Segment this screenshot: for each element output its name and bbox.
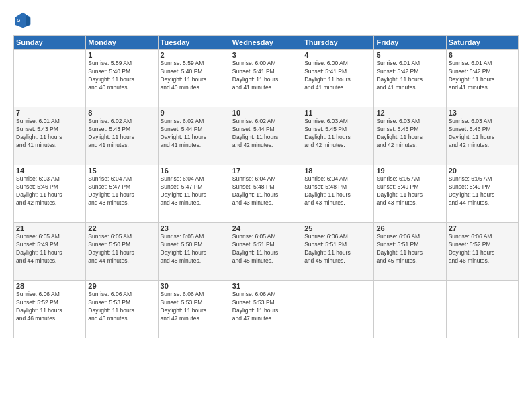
logo-icon: G	[13, 11, 32, 30]
weekday-header: Tuesday	[158, 36, 230, 50]
day-info: Sunrise: 6:06 AM Sunset: 5:53 PM Dayligh…	[161, 291, 228, 323]
day-number: 22	[88, 224, 155, 232]
day-info: Sunrise: 6:03 AM Sunset: 5:46 PM Dayligh…	[449, 118, 516, 150]
day-number: 27	[449, 224, 516, 232]
calendar-day-cell: 6Sunrise: 6:01 AM Sunset: 5:42 PM Daylig…	[446, 50, 518, 107]
day-number: 31	[232, 282, 300, 290]
svg-text:G: G	[17, 18, 21, 23]
day-number: 7	[16, 109, 83, 117]
day-number: 19	[376, 167, 443, 175]
weekday-header: Wednesday	[230, 36, 302, 50]
calendar-day-cell: 31Sunrise: 6:06 AM Sunset: 5:53 PM Dayli…	[230, 281, 302, 338]
calendar-day-cell: 21Sunrise: 6:05 AM Sunset: 5:49 PM Dayli…	[14, 223, 86, 281]
weekday-header: Saturday	[446, 36, 518, 50]
day-info: Sunrise: 5:59 AM Sunset: 5:40 PM Dayligh…	[88, 60, 155, 92]
calendar-day-cell: 13Sunrise: 6:03 AM Sunset: 5:46 PM Dayli…	[446, 107, 518, 165]
day-info: Sunrise: 6:04 AM Sunset: 5:48 PM Dayligh…	[304, 175, 371, 208]
day-info: Sunrise: 6:04 AM Sunset: 5:48 PM Dayligh…	[232, 175, 300, 208]
day-info: Sunrise: 6:05 AM Sunset: 5:50 PM Dayligh…	[161, 233, 228, 265]
weekday-header-row: SundayMondayTuesdayWednesdayThursdayFrid…	[14, 36, 519, 50]
calendar-day-cell: 15Sunrise: 6:04 AM Sunset: 5:47 PM Dayli…	[86, 165, 158, 223]
weekday-header: Friday	[374, 36, 446, 50]
calendar-week-row: 1Sunrise: 5:59 AM Sunset: 5:40 PM Daylig…	[14, 50, 519, 107]
calendar-day-cell: 9Sunrise: 6:02 AM Sunset: 5:44 PM Daylig…	[158, 107, 230, 165]
calendar-day-cell: 19Sunrise: 6:05 AM Sunset: 5:49 PM Dayli…	[374, 165, 446, 223]
day-info: Sunrise: 6:05 AM Sunset: 5:50 PM Dayligh…	[88, 233, 155, 265]
day-number: 13	[449, 109, 516, 117]
calendar-day-cell: 2Sunrise: 5:59 AM Sunset: 5:40 PM Daylig…	[158, 50, 230, 107]
day-info: Sunrise: 6:04 AM Sunset: 5:47 PM Dayligh…	[88, 175, 155, 208]
day-info: Sunrise: 6:06 AM Sunset: 5:51 PM Dayligh…	[376, 233, 443, 265]
day-info: Sunrise: 5:59 AM Sunset: 5:40 PM Dayligh…	[161, 60, 228, 92]
day-number: 15	[88, 167, 155, 175]
day-number: 21	[16, 224, 83, 232]
day-info: Sunrise: 6:03 AM Sunset: 5:45 PM Dayligh…	[304, 118, 371, 150]
day-number: 4	[304, 51, 371, 59]
calendar-day-cell	[374, 281, 446, 338]
day-info: Sunrise: 6:05 AM Sunset: 5:49 PM Dayligh…	[449, 175, 516, 208]
calendar-day-cell: 23Sunrise: 6:05 AM Sunset: 5:50 PM Dayli…	[158, 223, 230, 281]
logo: G	[13, 11, 34, 30]
day-number: 24	[232, 224, 300, 232]
calendar-table: SundayMondayTuesdayWednesdayThursdayFrid…	[13, 35, 519, 338]
calendar-day-cell: 14Sunrise: 6:03 AM Sunset: 5:46 PM Dayli…	[14, 165, 86, 223]
calendar-day-cell: 1Sunrise: 5:59 AM Sunset: 5:40 PM Daylig…	[86, 50, 158, 107]
day-info: Sunrise: 6:05 AM Sunset: 5:49 PM Dayligh…	[376, 175, 443, 208]
calendar-week-row: 7Sunrise: 6:01 AM Sunset: 5:43 PM Daylig…	[14, 107, 519, 165]
calendar-day-cell: 30Sunrise: 6:06 AM Sunset: 5:53 PM Dayli…	[158, 281, 230, 338]
day-info: Sunrise: 6:06 AM Sunset: 5:52 PM Dayligh…	[449, 233, 516, 265]
calendar-day-cell: 26Sunrise: 6:06 AM Sunset: 5:51 PM Dayli…	[374, 223, 446, 281]
day-info: Sunrise: 6:05 AM Sunset: 5:51 PM Dayligh…	[232, 233, 300, 265]
weekday-header: Thursday	[302, 36, 374, 50]
calendar-day-cell: 3Sunrise: 6:00 AM Sunset: 5:41 PM Daylig…	[230, 50, 302, 107]
calendar-day-cell: 22Sunrise: 6:05 AM Sunset: 5:50 PM Dayli…	[86, 223, 158, 281]
day-info: Sunrise: 6:05 AM Sunset: 5:49 PM Dayligh…	[16, 233, 83, 265]
calendar-week-row: 28Sunrise: 6:06 AM Sunset: 5:52 PM Dayli…	[14, 281, 519, 338]
day-number: 17	[232, 167, 300, 175]
calendar-day-cell: 10Sunrise: 6:02 AM Sunset: 5:44 PM Dayli…	[230, 107, 302, 165]
day-number: 8	[88, 109, 155, 117]
day-number: 25	[304, 224, 371, 232]
calendar-day-cell: 16Sunrise: 6:04 AM Sunset: 5:47 PM Dayli…	[158, 165, 230, 223]
calendar-day-cell: 18Sunrise: 6:04 AM Sunset: 5:48 PM Dayli…	[302, 165, 374, 223]
day-info: Sunrise: 6:06 AM Sunset: 5:51 PM Dayligh…	[304, 233, 371, 265]
calendar-day-cell: 11Sunrise: 6:03 AM Sunset: 5:45 PM Dayli…	[302, 107, 374, 165]
header: G	[13, 11, 519, 30]
day-number: 30	[161, 282, 228, 290]
calendar-day-cell: 28Sunrise: 6:06 AM Sunset: 5:52 PM Dayli…	[14, 281, 86, 338]
day-info: Sunrise: 6:04 AM Sunset: 5:47 PM Dayligh…	[161, 175, 228, 208]
day-number: 12	[376, 109, 443, 117]
day-info: Sunrise: 6:03 AM Sunset: 5:46 PM Dayligh…	[16, 175, 83, 208]
weekday-header: Monday	[86, 36, 158, 50]
day-info: Sunrise: 6:06 AM Sunset: 5:53 PM Dayligh…	[88, 291, 155, 323]
day-number: 20	[449, 167, 516, 175]
calendar-day-cell: 8Sunrise: 6:02 AM Sunset: 5:43 PM Daylig…	[86, 107, 158, 165]
day-info: Sunrise: 6:06 AM Sunset: 5:52 PM Dayligh…	[16, 291, 83, 323]
calendar-day-cell: 27Sunrise: 6:06 AM Sunset: 5:52 PM Dayli…	[446, 223, 518, 281]
calendar-day-cell: 7Sunrise: 6:01 AM Sunset: 5:43 PM Daylig…	[14, 107, 86, 165]
day-number: 5	[376, 51, 443, 59]
calendar-day-cell: 29Sunrise: 6:06 AM Sunset: 5:53 PM Dayli…	[86, 281, 158, 338]
day-info: Sunrise: 6:01 AM Sunset: 5:43 PM Dayligh…	[16, 118, 83, 150]
day-info: Sunrise: 6:06 AM Sunset: 5:53 PM Dayligh…	[232, 291, 300, 323]
calendar-day-cell: 25Sunrise: 6:06 AM Sunset: 5:51 PM Dayli…	[302, 223, 374, 281]
day-info: Sunrise: 6:02 AM Sunset: 5:44 PM Dayligh…	[232, 118, 300, 150]
calendar-day-cell	[302, 281, 374, 338]
day-number: 26	[376, 224, 443, 232]
day-number: 11	[304, 109, 371, 117]
day-info: Sunrise: 6:03 AM Sunset: 5:45 PM Dayligh…	[376, 118, 443, 150]
day-number: 1	[88, 51, 155, 59]
calendar-day-cell	[14, 50, 86, 107]
day-number: 14	[16, 167, 83, 175]
weekday-header: Sunday	[14, 36, 86, 50]
day-info: Sunrise: 6:00 AM Sunset: 5:41 PM Dayligh…	[304, 60, 371, 92]
calendar-day-cell: 17Sunrise: 6:04 AM Sunset: 5:48 PM Dayli…	[230, 165, 302, 223]
day-number: 16	[161, 167, 228, 175]
day-info: Sunrise: 6:02 AM Sunset: 5:43 PM Dayligh…	[88, 118, 155, 150]
day-number: 6	[449, 51, 516, 59]
day-number: 9	[161, 109, 228, 117]
day-info: Sunrise: 6:00 AM Sunset: 5:41 PM Dayligh…	[232, 60, 300, 92]
calendar-day-cell	[446, 281, 518, 338]
day-number: 29	[88, 282, 155, 290]
calendar-day-cell: 20Sunrise: 6:05 AM Sunset: 5:49 PM Dayli…	[446, 165, 518, 223]
